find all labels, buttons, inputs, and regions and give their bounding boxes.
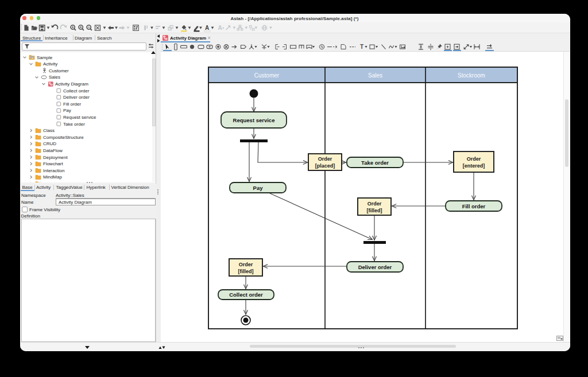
svg-text:Take order: Take order [63,122,85,127]
svg-text:[filled]: [filled] [238,269,254,274]
svg-text:Customer: Customer [49,68,69,73]
svg-text:Activity Diagram: Activity Diagram [55,81,88,87]
svg-text:Requirement: Requirement [43,181,70,182]
svg-text:Order: Order [368,201,382,207]
svg-text:Deliver order: Deliver order [63,95,90,100]
svg-text:A: A [218,25,222,31]
svg-text:N: N [320,45,323,49]
svg-text:Stockroom: Stockroom [458,72,485,79]
svg-text:Deployment: Deployment [43,155,68,160]
svg-text:Sample: Sample [37,55,53,60]
svg-text:[filled]: [filled] [367,208,382,213]
svg-text:A: A [205,25,209,31]
svg-text:Order: Order [318,156,332,162]
svg-text:Request service: Request service [63,115,96,120]
svg-text:[placed]: [placed] [315,163,335,169]
svg-text:Fill order: Fill order [63,102,81,107]
svg-text:DataFlow: DataFlow [43,148,63,153]
svg-text:Customer: Customer [254,72,280,79]
svg-text:Collect order: Collect order [229,292,263,298]
svg-text:Flowchart: Flowchart [43,161,63,166]
svg-text:CompositeStructure: CompositeStructure [43,135,84,140]
svg-text:[entered]: [entered] [463,163,485,169]
svg-text:Take order: Take order [361,160,389,166]
svg-text:MindMap: MindMap [43,174,62,180]
svg-text:CRUD: CRUD [43,141,56,146]
svg-text:P: P [31,56,33,59]
svg-text:Fill order: Fill order [462,203,486,209]
svg-text:Order: Order [467,156,481,162]
svg-text:Interaction: Interaction [43,168,64,173]
svg-text:Collect order: Collect order [63,88,90,94]
svg-text:Request service: Request service [233,117,275,123]
svg-text:T: T [360,44,363,50]
svg-text:Class: Class [43,128,55,133]
svg-text:Pay: Pay [253,185,264,191]
svg-text:Pay: Pay [63,108,71,113]
svg-text:Order: Order [239,262,253,267]
svg-text:Deliver order: Deliver order [358,264,392,270]
svg-text:Sales: Sales [368,72,382,79]
svg-text:Sales: Sales [49,75,60,80]
svg-text:Activity: Activity [43,61,57,67]
